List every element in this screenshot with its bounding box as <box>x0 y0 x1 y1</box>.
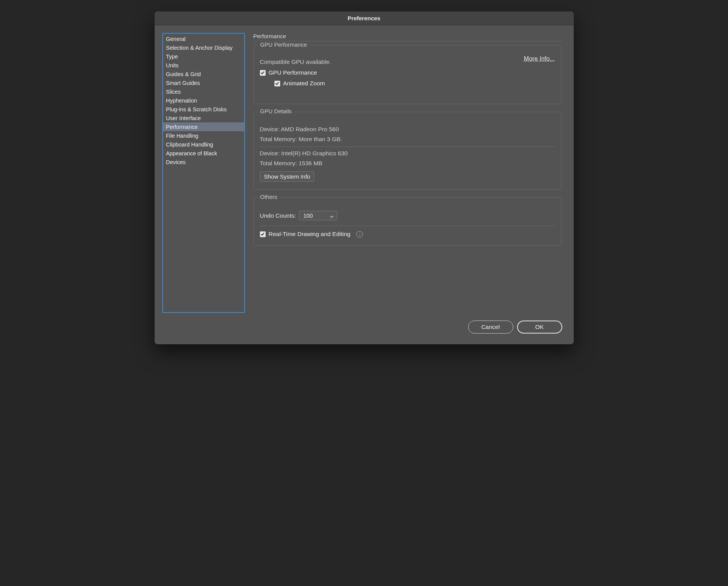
preferences-dialog: Preferences General Selection & Anchor D… <box>155 11 574 344</box>
animated-zoom-checkbox[interactable] <box>274 81 280 86</box>
undo-counts-row: Undo Counts: 100 <box>260 211 555 220</box>
gpu-memory-1: Total Memory: More than 3 GB. <box>260 136 555 143</box>
gpu-memory-2: Total Memory: 1536 MB <box>260 160 555 167</box>
sidebar-item-smart-guides[interactable]: Smart Guides <box>163 78 244 87</box>
sidebar-item-performance[interactable]: Performance <box>163 122 244 131</box>
sidebar-item-file-handling[interactable]: File Handling <box>163 131 244 140</box>
preferences-sidebar: General Selection & Anchor Display Type … <box>162 33 245 313</box>
animated-zoom-label: Animated Zoom <box>283 80 325 87</box>
sidebar-item-type[interactable]: Type <box>163 52 244 61</box>
gpu-details-section-title: GPU Details <box>258 108 294 114</box>
sidebar-item-guides-grid[interactable]: Guides & Grid <box>163 70 244 78</box>
chevron-down-icon <box>330 212 334 219</box>
undo-counts-label: Undo Counts: <box>260 212 296 219</box>
sidebar-item-plugins-scratch[interactable]: Plug-ins & Scratch Disks <box>163 105 244 114</box>
ok-button[interactable]: OK <box>517 321 562 334</box>
sidebar-item-hyphenation[interactable]: Hyphenation <box>163 96 244 105</box>
checkmark-icon <box>275 81 279 86</box>
gpu-device-2: Device: Intel(R) HD Graphics 630 <box>260 150 555 157</box>
gpu-performance-section: GPU Performance Compatible GPU available… <box>253 45 562 104</box>
show-system-info-button[interactable]: Show System Info <box>260 171 315 182</box>
realtime-drawing-label: Real-Time Drawing and Editing <box>269 231 351 238</box>
cancel-button[interactable]: Cancel <box>468 321 513 334</box>
sidebar-item-clipboard-handling[interactable]: Clipboard Handling <box>163 140 244 149</box>
checkmark-icon <box>260 70 265 75</box>
others-divider <box>260 226 555 226</box>
checkmark-icon <box>260 232 265 236</box>
dialog-title: Preferences <box>155 11 574 25</box>
dialog-body: General Selection & Anchor Display Type … <box>155 25 574 321</box>
page-title: Performance <box>253 33 562 41</box>
gpu-performance-checkbox-row: GPU Performance <box>260 69 555 76</box>
realtime-drawing-row: Real-Time Drawing and Editing i <box>260 231 555 238</box>
gpu-details-divider <box>260 146 555 147</box>
info-icon[interactable]: i <box>356 231 363 238</box>
sidebar-item-devices[interactable]: Devices <box>163 158 244 166</box>
sidebar-item-appearance-black[interactable]: Appearance of Black <box>163 149 244 158</box>
gpu-device-1: Device: AMD Radeon Pro 560 <box>260 126 555 133</box>
animated-zoom-checkbox-row: Animated Zoom <box>274 80 555 87</box>
undo-counts-value: 100 <box>303 212 313 219</box>
others-section-title: Others <box>258 194 279 200</box>
others-section: Others Undo Counts: 100 Real-Time <box>253 197 562 246</box>
sidebar-item-slices[interactable]: Slices <box>163 87 244 96</box>
gpu-performance-checkbox[interactable] <box>260 70 266 76</box>
more-info-link[interactable]: More Info... <box>524 55 555 62</box>
sidebar-item-units[interactable]: Units <box>163 61 244 70</box>
gpu-details-section: GPU Details Device: AMD Radeon Pro 560 T… <box>253 112 562 190</box>
gpu-availability-status: Compatible GPU available. <box>260 59 555 65</box>
sidebar-item-selection-anchor[interactable]: Selection & Anchor Display <box>163 43 244 52</box>
realtime-drawing-checkbox[interactable] <box>260 231 266 237</box>
gpu-performance-label: GPU Performance <box>269 69 317 76</box>
sidebar-item-user-interface[interactable]: User Interface <box>163 114 244 122</box>
undo-counts-dropdown[interactable]: 100 <box>299 211 337 220</box>
dialog-footer: Cancel OK <box>155 321 574 344</box>
gpu-performance-section-title: GPU Performance <box>258 41 309 48</box>
sidebar-item-general[interactable]: General <box>163 34 244 43</box>
preferences-content: Performance GPU Performance Compatible G… <box>253 33 566 313</box>
